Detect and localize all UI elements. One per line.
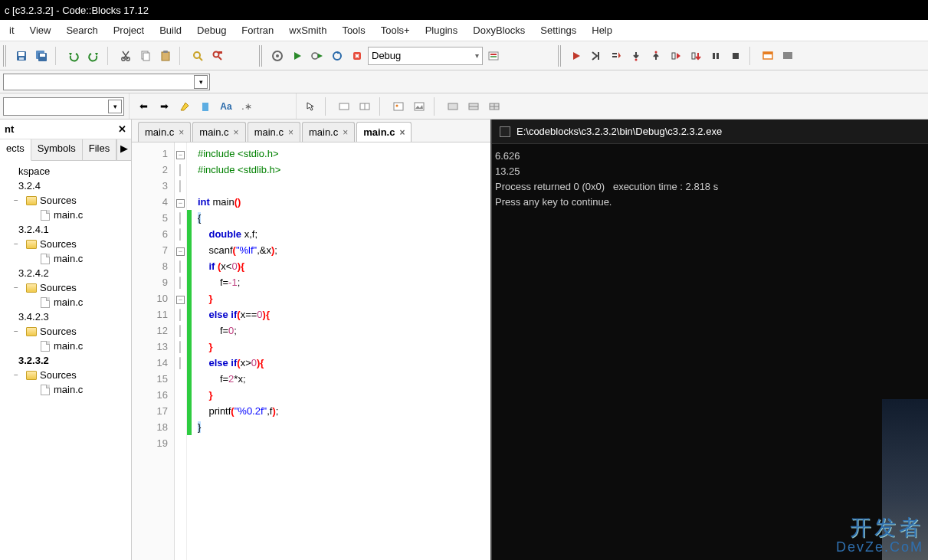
sidebar-tab-symbols[interactable]: Symbols: [31, 139, 83, 160]
editor-tab[interactable]: main.c×: [138, 122, 191, 142]
tree-root[interactable]: kspace: [0, 164, 131, 178]
menu-tools+[interactable]: Tools+: [373, 21, 418, 39]
bookmark-icon[interactable]: [196, 97, 215, 116]
rebuild-icon[interactable]: [328, 47, 346, 65]
step-into-instr-icon[interactable]: [687, 47, 705, 65]
tree-folder[interactable]: −Sources: [0, 193, 131, 208]
tree-proj[interactable]: 3.4.2.3: [0, 309, 131, 324]
info-icon[interactable]: [779, 47, 797, 65]
toolbar-grip[interactable]: [3, 45, 8, 67]
find-icon[interactable]: [189, 47, 207, 65]
tree-folder[interactable]: −Sources: [0, 324, 131, 339]
tree-proj[interactable]: 3.2.4: [0, 178, 131, 193]
highlight-icon[interactable]: [175, 97, 194, 116]
console-titlebar[interactable]: E:\codeblocks\c3.2.3.2\bin\Debug\c3.2.3.…: [492, 120, 928, 144]
tree-folder[interactable]: −Sources: [0, 280, 131, 295]
folder-icon: [26, 195, 37, 206]
menu-search[interactable]: Search: [58, 21, 105, 39]
close-icon[interactable]: ✕: [118, 123, 126, 135]
project-tree[interactable]: kspace3.2.4−Sourcesmain.c3.2.4.1−Sources…: [0, 161, 131, 560]
menu-view[interactable]: View: [22, 21, 59, 39]
tree-folder[interactable]: −Sources: [0, 237, 131, 251]
layout3-icon[interactable]: [485, 97, 503, 116]
target-settings-icon[interactable]: [484, 47, 503, 65]
regex-icon[interactable]: .∗: [238, 97, 256, 116]
tree-file[interactable]: main.c: [0, 295, 131, 309]
redo-icon[interactable]: [84, 47, 103, 65]
tree-proj[interactable]: 3.2.3.2: [0, 353, 131, 368]
select-icon[interactable]: [301, 97, 320, 116]
break-icon[interactable]: [707, 47, 725, 65]
menu-build[interactable]: Build: [152, 21, 189, 39]
menu-help[interactable]: Help: [584, 21, 620, 39]
next-instr-icon[interactable]: [667, 47, 685, 65]
menu-it[interactable]: it: [2, 21, 22, 39]
undo-icon[interactable]: [64, 47, 83, 65]
save-icon[interactable]: [12, 47, 31, 65]
copy-icon[interactable]: [136, 47, 155, 65]
menu-project[interactable]: Project: [106, 21, 152, 39]
panel1-icon[interactable]: [335, 97, 353, 116]
tab-close-icon[interactable]: ×: [234, 127, 239, 138]
tab-close-icon[interactable]: ×: [343, 127, 348, 138]
menu-fortran[interactable]: Fortran: [234, 21, 281, 39]
tree-file[interactable]: main.c: [0, 339, 131, 353]
editor-tab[interactable]: main.c×: [356, 122, 412, 142]
editor-tab[interactable]: main.c×: [248, 122, 300, 142]
menu-settings[interactable]: Settings: [533, 21, 584, 39]
menu-wxsmith[interactable]: wxSmith: [281, 21, 334, 39]
stop-icon[interactable]: [726, 47, 745, 65]
toolbar-grip[interactable]: [259, 45, 264, 67]
replace-icon[interactable]: [208, 47, 227, 65]
tab-close-icon[interactable]: ×: [179, 127, 184, 138]
nav-forward-icon[interactable]: ➡: [155, 97, 173, 116]
sidebar-tabs: ectsSymbolsFiles▶: [0, 139, 131, 161]
svg-point-43: [396, 104, 398, 106]
svg-rect-11: [163, 51, 168, 53]
cut-icon[interactable]: [116, 47, 135, 65]
tree-proj[interactable]: 3.2.4.1: [0, 222, 131, 237]
run-to-cursor-icon[interactable]: [587, 47, 605, 65]
scope-combo[interactable]: ▾: [3, 74, 210, 90]
layout1-icon[interactable]: [444, 97, 462, 116]
menu-debug[interactable]: Debug: [189, 21, 234, 39]
sidebar-tabs-more-icon[interactable]: ▶: [116, 139, 131, 160]
step-out-icon[interactable]: [647, 47, 665, 65]
svg-rect-24: [490, 56, 497, 57]
panel2-icon[interactable]: [356, 97, 374, 116]
tree-file[interactable]: main.c: [0, 208, 131, 222]
tree-proj[interactable]: 3.2.4.2: [0, 266, 131, 280]
debug-run-icon[interactable]: [567, 47, 585, 65]
menu-doxyblocks[interactable]: DoxyBlocks: [465, 21, 533, 39]
editor-tab[interactable]: main.c×: [192, 122, 245, 142]
editor-tab[interactable]: main.c×: [302, 122, 355, 142]
tree-file[interactable]: main.c: [0, 382, 131, 397]
sidebar-tab-ects[interactable]: ects: [0, 139, 31, 161]
step-into-icon[interactable]: [627, 47, 645, 65]
tab-close-icon[interactable]: ×: [288, 127, 293, 138]
nav-back-icon[interactable]: ⬅: [134, 97, 152, 116]
sidebar-tab-files[interactable]: Files: [83, 139, 116, 160]
tree-file[interactable]: main.c: [0, 251, 131, 266]
toolbar-grip[interactable]: [558, 45, 562, 67]
fold-column[interactable]: −││−││−││−││││: [175, 142, 187, 560]
menu-tools[interactable]: Tools: [334, 21, 372, 39]
run-icon[interactable]: [288, 47, 307, 65]
tab-close-icon[interactable]: ×: [399, 127, 405, 138]
save-all-icon[interactable]: [32, 47, 51, 65]
c-file-icon: [40, 297, 51, 308]
symbol-combo[interactable]: ▾: [3, 97, 124, 116]
img2-icon[interactable]: [410, 97, 428, 116]
abort-icon[interactable]: [348, 47, 366, 65]
tree-folder[interactable]: −Sources: [0, 368, 131, 382]
img1-icon[interactable]: [389, 97, 408, 116]
layout2-icon[interactable]: [464, 97, 483, 116]
next-line-icon[interactable]: [607, 47, 625, 65]
build-target-combo[interactable]: Debug ▾: [368, 47, 483, 65]
build-run-icon[interactable]: [308, 47, 326, 65]
paste-icon[interactable]: [156, 47, 175, 65]
debug-windows-icon[interactable]: [759, 47, 777, 65]
build-icon[interactable]: [268, 47, 287, 65]
menu-plugins[interactable]: Plugins: [418, 21, 466, 39]
text-aa-icon[interactable]: Aa: [217, 97, 235, 116]
